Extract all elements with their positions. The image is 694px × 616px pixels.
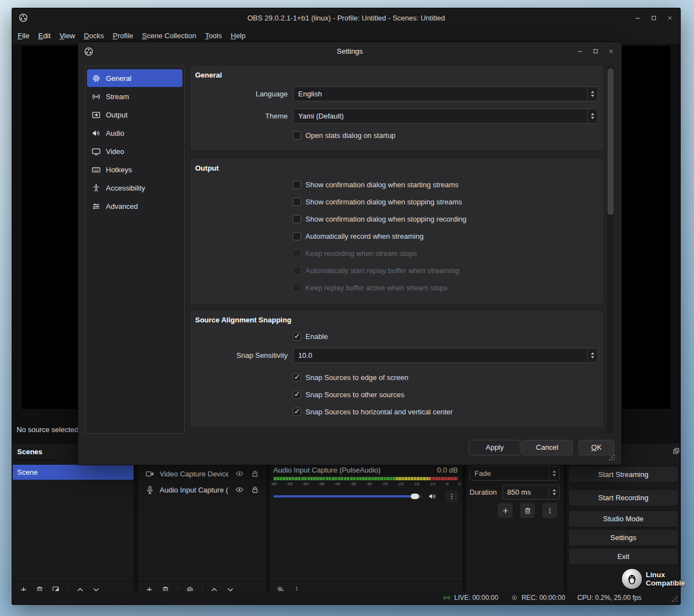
minimize-icon[interactable] — [634, 14, 641, 22]
scrollbar-thumb[interactable] — [608, 68, 614, 215]
duration-spinbox[interactable]: 850 ms — [502, 485, 560, 500]
sidebar-item-video[interactable]: Video — [87, 142, 182, 160]
snap-sensitivity-label: Snap Sensitivity — [190, 351, 288, 360]
dialog-scrollbar[interactable] — [607, 66, 614, 434]
theme-select[interactable]: Yami (Default) — [293, 109, 598, 124]
checkbox-label[interactable]: Automatically record when streaming — [305, 232, 423, 240]
menu-help[interactable]: Help — [226, 29, 250, 42]
sidebar-item-stream[interactable]: Stream — [87, 88, 182, 105]
volume-slider[interactable] — [273, 495, 421, 497]
language-value: English — [298, 90, 322, 98]
audio-mixer-dock: Audio Input Capture (PulseAudio) 0.0 dB … — [269, 444, 462, 598]
start-streaming-button[interactable]: Start Streaming — [568, 466, 678, 483]
checkbox[interactable] — [293, 131, 301, 140]
visibility-eye-icon[interactable] — [235, 469, 244, 478]
remove-transition-icon[interactable] — [520, 503, 535, 518]
apply-button[interactable]: Apply — [469, 440, 520, 455]
checkbox-label[interactable]: Open stats dialog on startup — [305, 131, 396, 140]
checkbox[interactable] — [293, 391, 301, 399]
menu-docks[interactable]: Docks — [79, 29, 108, 42]
minimize-icon[interactable] — [576, 48, 584, 55]
sources-dock: Video Capture Device Audio Input Capture… — [138, 444, 266, 598]
scale-label: -60 — [271, 481, 277, 486]
rec-time: REC: 00:00:00 — [522, 594, 565, 602]
lock-icon[interactable] — [251, 485, 259, 494]
ok-button[interactable]: OK — [579, 440, 614, 455]
checkbox[interactable] — [293, 232, 301, 240]
cancel-button[interactable]: Cancel — [522, 440, 573, 455]
sidebar-item-output[interactable]: Output — [87, 106, 182, 124]
checkbox-label[interactable]: Snap Sources to other sources — [305, 391, 405, 399]
checkbox-label[interactable]: Show confirmation dialog when stopping s… — [305, 198, 462, 206]
checkbox-label[interactable]: Show confirmation dialog when stopping r… — [305, 215, 467, 223]
transition-options-kebab-icon[interactable] — [542, 503, 557, 518]
maximize-icon[interactable] — [592, 48, 599, 55]
theme-label: Theme — [190, 112, 288, 120]
snap-other-sources-checkbox-row: Snap Sources to other sources — [293, 390, 405, 399]
transition-select[interactable]: Fade — [470, 466, 560, 481]
maximize-icon[interactable] — [650, 14, 657, 22]
checkbox-label[interactable]: Snap Sources to horizontal and vertical … — [305, 408, 453, 416]
sidebar-item-general[interactable]: General — [87, 69, 182, 87]
checkbox-label[interactable]: Show confirmation dialog when starting s… — [305, 181, 458, 189]
studio-mode-button[interactable]: Studio Mode — [568, 510, 678, 527]
gear-icon — [91, 74, 101, 83]
scale-label: -40 — [334, 481, 340, 486]
select-arrows[interactable] — [587, 110, 597, 122]
select-arrows[interactable] — [549, 467, 559, 480]
volume-slider-handle[interactable] — [411, 494, 419, 499]
window-resize-grip[interactable] — [671, 596, 677, 602]
sidebar-item-advanced[interactable]: Advanced — [87, 197, 182, 215]
menu-scene-collection[interactable]: Scene Collection — [137, 29, 201, 42]
checkbox-label[interactable]: Snap Sources to edge of screen — [305, 373, 409, 382]
visibility-eye-icon[interactable] — [235, 485, 244, 494]
exit-button[interactable]: Exit — [568, 548, 678, 565]
menu-edit[interactable]: Edit — [34, 29, 55, 42]
lock-icon[interactable] — [251, 469, 259, 478]
add-transition-icon[interactable] — [498, 503, 513, 518]
scene-list-item[interactable]: Scene — [13, 465, 134, 480]
source-name[interactable]: Video Capture Device — [160, 470, 228, 478]
mixer-source-name: Audio Input Capture (PulseAudio) — [273, 466, 381, 474]
mixer-options-kebab-icon[interactable] — [446, 490, 458, 502]
spinbox-arrows[interactable] — [587, 349, 597, 362]
mixer-slider-row — [273, 490, 458, 502]
checkbox[interactable] — [293, 181, 301, 189]
settings-button[interactable]: Settings — [568, 529, 678, 546]
checkbox[interactable] — [293, 332, 301, 341]
checkbox-label: Keep replay buffer active when stream st… — [305, 284, 447, 292]
checkbox[interactable] — [293, 408, 301, 416]
dialog-resize-grip[interactable] — [609, 454, 615, 460]
general-section: General Language English Theme Yami (Def… — [190, 66, 603, 150]
start-recording-button[interactable]: Start Recording — [568, 489, 678, 506]
dock-popout-icon[interactable] — [672, 447, 680, 455]
keep-replay-buffer-checkbox-row: Keep replay buffer active when stream st… — [293, 283, 447, 292]
spinbox-arrows[interactable] — [549, 486, 559, 499]
snap-sensitivity-spinbox[interactable]: 10.0 — [293, 348, 598, 363]
checkbox[interactable] — [293, 373, 301, 382]
dialog-titlebar[interactable]: Settings — [78, 42, 621, 60]
menu-file[interactable]: File — [13, 29, 34, 42]
sidebar-item-accessibility[interactable]: Accessibility — [87, 179, 182, 197]
source-row-video-capture[interactable]: Video Capture Device — [138, 466, 266, 481]
close-icon[interactable] — [666, 14, 673, 22]
select-arrows[interactable] — [587, 88, 597, 100]
open-stats-checkbox-row: Open stats dialog on startup — [293, 131, 396, 140]
sidebar-item-audio[interactable]: Audio — [87, 124, 182, 142]
checkbox[interactable] — [293, 198, 301, 206]
mute-speaker-icon[interactable] — [428, 492, 437, 501]
menu-tools[interactable]: Tools — [201, 29, 226, 42]
sidebar-item-hotkeys[interactable]: Hotkeys — [87, 161, 182, 178]
menu-view[interactable]: View — [55, 29, 79, 42]
checkbox — [293, 249, 301, 258]
checkbox[interactable] — [293, 215, 301, 223]
window-titlebar[interactable]: OBS 29.0.2.1-1+b1 (linux) - Profile: Unt… — [12, 8, 680, 27]
scale-label: -25 — [381, 481, 388, 486]
menu-profile[interactable]: Profile — [108, 29, 137, 42]
language-select[interactable]: English — [293, 86, 598, 101]
source-row-audio-capture[interactable]: Audio Input Capture ( — [138, 482, 266, 497]
close-icon[interactable] — [608, 48, 615, 55]
confirm-stop-recording-checkbox-row: Show confirmation dialog when stopping r… — [293, 214, 467, 223]
source-name[interactable]: Audio Input Capture ( — [160, 486, 228, 494]
checkbox-label[interactable]: Enable — [305, 332, 328, 341]
